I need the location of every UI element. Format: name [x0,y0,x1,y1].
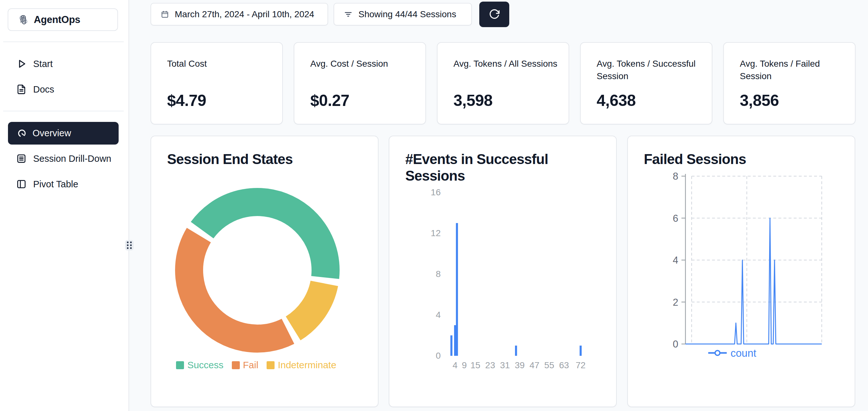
sidebar-item-overview[interactable]: Overview [8,122,119,145]
x-axis-tick-label: 63 [559,360,569,370]
sidebar-item-label: Overview [33,128,71,139]
paperclip-logo-icon [18,14,29,25]
y-axis-tick-label: 4 [673,255,678,266]
y-axis-tick-label: 4 [436,310,441,320]
stat-label: Avg. Tokens / All Sessions [454,57,559,70]
date-range-button[interactable]: March 27th, 2024 - April 10th, 2024 [151,3,328,26]
y-axis-tick-label: 6 [673,213,678,224]
x-axis-tick-label: 39 [515,360,525,370]
date-range-label: March 27th, 2024 - April 10th, 2024 [175,9,314,20]
legend-marker-circle [715,351,720,355]
agentops-dashboard: AgentOps Start Docs [0,0,868,411]
bar [450,335,452,356]
x-axis-tick-label: 4 [453,360,458,370]
x-axis-tick-label: 15 [470,360,480,370]
list-icon [16,153,27,164]
refresh-button[interactable] [479,2,509,27]
chart-title: Failed Sessions [644,151,746,168]
legend-swatch [176,361,184,369]
stat-card-total-cost: Total Cost $4.79 [151,42,283,124]
donut-segment-fail [189,235,288,339]
sidebar-item-docs[interactable]: Docs [0,80,129,99]
document-icon [16,84,27,95]
bar [456,223,458,356]
x-axis-tick-label: 47 [530,360,539,370]
stat-label: Avg. Tokens / Successful Session [597,57,702,82]
sidebar-item-label: Pivot Table [33,179,78,189]
stat-card-avg-tokens-all: Avg. Tokens / All Sessions 3,598 [437,42,569,124]
stat-label: Avg. Tokens / Failed Session [740,57,845,82]
legend-item-fail[interactable]: Fail [232,360,258,371]
y-axis-tick-label: 2 [673,297,678,308]
donut-segment-indeterminate [293,283,324,328]
stat-value: $0.27 [310,91,349,110]
sidebar-item-session-drill-down[interactable]: Session Drill-Down [0,149,129,168]
filter-lines-icon [344,10,353,19]
stat-card-avg-cost-session: Avg. Cost / Session $0.27 [294,42,426,124]
x-axis-tick-label: 72 [576,360,586,370]
chart-card-failed-sessions: Failed Sessions 02468count [627,136,855,407]
y-axis-tick-label: 16 [431,187,441,197]
legend-swatch [232,361,240,369]
x-axis-tick-label: 23 [485,360,495,370]
play-icon [16,58,27,69]
sidebar-resize-handle[interactable] [125,240,134,251]
x-axis-tick-label: 9 [462,360,467,370]
legend-label: Fail [243,360,258,371]
columns-icon [16,179,27,189]
gauge-icon [17,128,27,139]
sessions-filter-button[interactable]: Showing 44/44 Sessions [334,3,472,26]
chart-title: #Events in Successful Sessions [405,151,589,184]
chart-card-events-successful: #Events in Successful Sessions 161284049… [389,136,617,407]
chart-card-session-end-states: Session End States SuccessFailIndetermin… [151,136,378,407]
bar [454,325,456,356]
y-axis-tick-label: 0 [436,351,441,360]
legend-label: Success [187,360,223,371]
stat-card-avg-tokens-successful: Avg. Tokens / Successful Session 4,638 [580,42,712,124]
legend-label: count [731,347,756,359]
stat-value: $4.79 [167,91,206,110]
donut-segment-success [202,202,326,277]
stat-label: Avg. Cost / Session [310,57,416,70]
sidebar-item-start[interactable]: Start [0,54,129,74]
x-axis-tick-label: 55 [544,360,554,370]
chart-title: Session End States [167,151,293,168]
sidebar: AgentOps Start Docs [0,0,129,411]
stat-value: 3,856 [740,91,779,110]
stat-card-avg-tokens-failed: Avg. Tokens / Failed Session 3,856 [723,42,856,124]
refresh-icon [488,8,500,21]
y-axis-tick-label: 12 [431,228,441,238]
sidebar-item-label: Start [33,59,53,69]
logo-label: AgentOps [34,14,80,26]
stat-label: Total Cost [167,57,273,70]
sidebar-divider [3,41,124,42]
count-series-line [686,218,822,344]
y-axis-tick-label: 8 [673,171,678,182]
donut-legend: SuccessFailIndeterminate [143,360,370,371]
logo[interactable]: AgentOps [8,8,118,31]
y-axis-tick-label: 0 [673,339,678,350]
legend-swatch [267,361,275,369]
sessions-filter-label: Showing 44/44 Sessions [359,9,456,20]
x-axis-tick-label: 31 [500,360,510,370]
legend-item-success[interactable]: Success [176,360,223,371]
legend-count[interactable]: count [708,347,756,359]
legend-item-indeterminate[interactable]: Indeterminate [267,360,336,371]
sidebar-item-label: Docs [33,84,54,95]
main-content: March 27th, 2024 - April 10th, 2024 Show… [129,0,868,411]
failed-sessions-line-chart: 02468count [628,136,856,408]
legend-label: Indeterminate [278,360,336,371]
y-axis-tick-label: 8 [436,269,441,279]
stat-value: 3,598 [454,91,493,110]
bar [580,346,582,356]
grip-dots-icon [127,241,132,249]
sidebar-divider [3,111,124,111]
stat-value: 4,638 [597,91,636,110]
sidebar-item-pivot-table[interactable]: Pivot Table [0,175,129,194]
bar [515,346,517,356]
calendar-icon [161,10,169,19]
sidebar-item-label: Session Drill-Down [33,153,111,164]
